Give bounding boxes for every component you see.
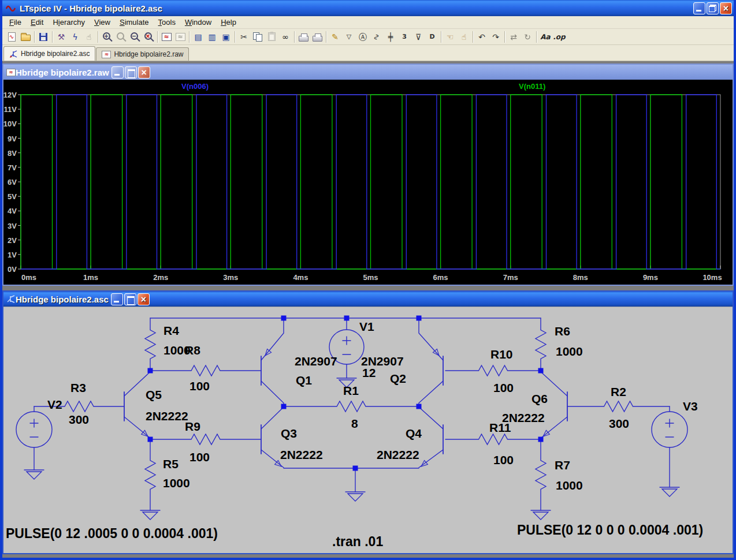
component-label[interactable]: 2N2907 bbox=[361, 354, 404, 368]
source-V2[interactable] bbox=[16, 412, 52, 447]
component-label[interactable]: 100 bbox=[493, 381, 514, 394]
transistor-Q5[interactable] bbox=[124, 372, 150, 438]
print-button[interactable] bbox=[296, 30, 310, 44]
cut-button[interactable]: ✂ bbox=[237, 30, 251, 44]
component-label[interactable]: R6 bbox=[555, 324, 570, 338]
menu-view[interactable]: View bbox=[90, 17, 115, 28]
paste-button[interactable] bbox=[265, 30, 278, 44]
component-label[interactable]: R5 bbox=[163, 457, 179, 471]
menu-file[interactable]: File bbox=[5, 17, 26, 28]
component-label[interactable]: Q6 bbox=[531, 392, 548, 405]
component-label[interactable]: 1000 bbox=[163, 476, 190, 490]
component-label[interactable]: Q3 bbox=[281, 427, 297, 440]
redo-button[interactable]: ↷ bbox=[489, 30, 503, 44]
maximize-button[interactable] bbox=[125, 66, 137, 79]
source-V3[interactable] bbox=[652, 412, 687, 447]
legend-V(n006)[interactable]: V(n006) bbox=[181, 82, 209, 91]
component-label[interactable]: R4 bbox=[163, 324, 179, 337]
component-label[interactable]: 100 bbox=[189, 450, 210, 464]
component-label[interactable]: 8 bbox=[351, 417, 358, 430]
schematic-canvas[interactable]: R41000R8100R3300V2Q52N2222R9100R51000V11… bbox=[3, 307, 733, 553]
component-label[interactable]: Q5 bbox=[146, 388, 162, 401]
halt-simulation-button[interactable]: ☝ bbox=[82, 30, 96, 44]
zoom-out-button[interactable]: − bbox=[128, 30, 142, 44]
minimize-button[interactable] bbox=[111, 293, 123, 305]
component-R1[interactable] bbox=[284, 401, 419, 412]
transistor-Q4[interactable] bbox=[419, 407, 443, 468]
minimize-button[interactable] bbox=[111, 66, 124, 79]
spice-directive-text[interactable]: .tran .01 bbox=[332, 534, 383, 549]
drag-button[interactable]: ☝ bbox=[457, 30, 471, 44]
component-R10[interactable] bbox=[445, 365, 541, 376]
print-preview-button[interactable] bbox=[310, 30, 324, 44]
ground-symbol[interactable] bbox=[24, 470, 44, 479]
transistor-Q1[interactable] bbox=[261, 318, 284, 406]
spice-directive-button[interactable]: .op bbox=[552, 30, 566, 44]
component-label[interactable]: R9 bbox=[185, 420, 200, 433]
component-label[interactable]: 2N2222 bbox=[146, 409, 188, 423]
zoom-back-button[interactable] bbox=[114, 30, 128, 44]
undo-button[interactable]: ↶ bbox=[475, 30, 489, 44]
restore-button[interactable] bbox=[707, 2, 719, 14]
component-label[interactable]: V3 bbox=[683, 400, 698, 413]
tab-raw[interactable]: ≈Hbridge bipolaire2.raw bbox=[96, 47, 189, 61]
place-label-button[interactable]: Ⓐ bbox=[356, 30, 370, 44]
component-label[interactable]: Q2 bbox=[390, 372, 406, 385]
autorange-y-axis-button[interactable]: ≈ bbox=[159, 30, 173, 44]
component-R6[interactable] bbox=[536, 318, 546, 371]
component-label[interactable]: V1 bbox=[359, 320, 374, 333]
component-label[interactable]: R3 bbox=[70, 381, 86, 394]
menu-hierarchy[interactable]: Hierarchy bbox=[48, 17, 90, 28]
menu-window[interactable]: Window bbox=[180, 17, 216, 28]
rotate-button[interactable]: ↻ bbox=[521, 30, 534, 44]
component-R11[interactable] bbox=[445, 434, 541, 445]
component-R2[interactable] bbox=[567, 401, 670, 412]
close-button[interactable] bbox=[137, 293, 150, 305]
component-label[interactable]: 2N2222 bbox=[377, 448, 419, 461]
tile-horizontally-button[interactable]: ▤ bbox=[191, 30, 205, 44]
maximize-button[interactable] bbox=[124, 293, 136, 305]
component-label[interactable]: R11 bbox=[489, 421, 511, 434]
save-button[interactable] bbox=[36, 30, 50, 44]
control-panel-button[interactable]: ⚒ bbox=[54, 30, 68, 44]
component-label[interactable]: R8 bbox=[185, 344, 200, 357]
component-label[interactable]: Q4 bbox=[406, 427, 422, 440]
cascade-windows-button[interactable]: ▣ bbox=[219, 30, 233, 44]
place-component-button[interactable]: D bbox=[425, 30, 439, 44]
component-label[interactable]: R10 bbox=[490, 348, 513, 361]
move-button[interactable]: ☜ bbox=[443, 30, 457, 44]
menu-edit[interactable]: Edit bbox=[26, 17, 48, 28]
draw-wire-button[interactable]: ✎ bbox=[328, 30, 342, 44]
menu-simulate[interactable]: Simulate bbox=[115, 17, 154, 28]
component-label[interactable]: 2N2222 bbox=[280, 448, 323, 461]
tab-asc[interactable]: Hbridge bipolaire2.asc bbox=[3, 46, 95, 61]
minimize-button[interactable] bbox=[693, 2, 705, 14]
close-button[interactable] bbox=[720, 2, 732, 14]
copy-button[interactable] bbox=[251, 30, 265, 44]
run-simulation-button[interactable]: ϟ bbox=[68, 30, 82, 44]
place-inductor-button[interactable]: 3 bbox=[397, 30, 411, 44]
find-button[interactable]: ∞ bbox=[278, 30, 292, 44]
component-label[interactable]: R7 bbox=[555, 458, 570, 472]
component-R7[interactable] bbox=[536, 439, 546, 510]
ground-symbol[interactable] bbox=[140, 510, 160, 520]
place-capacitor-button[interactable]: ╪ bbox=[384, 30, 397, 44]
component-R5[interactable] bbox=[145, 439, 155, 510]
waveform-plot-area[interactable]: 0ms1ms2ms3ms4ms5ms6ms7ms8ms9ms10ms0V1V2V… bbox=[3, 80, 733, 285]
component-label[interactable]: 300 bbox=[609, 417, 629, 430]
new-schematic-button[interactable]: ∿ bbox=[5, 30, 18, 44]
close-button[interactable] bbox=[138, 66, 150, 79]
spice-directive-text[interactable]: PULSE(0 12 .0005 0 0 0.0004 .001) bbox=[6, 526, 218, 541]
component-R9[interactable] bbox=[150, 434, 261, 445]
place-resistor-button[interactable]: ∿ bbox=[370, 30, 384, 44]
waveform-plot[interactable]: 0ms1ms2ms3ms4ms5ms6ms7ms8ms9ms10ms0V1V2V… bbox=[3, 80, 733, 285]
zoom-full-extents-button[interactable]: × bbox=[142, 30, 155, 44]
component-label[interactable]: 100 bbox=[493, 453, 514, 466]
component-R4[interactable] bbox=[145, 318, 155, 371]
component-label[interactable]: Q1 bbox=[296, 374, 312, 387]
ground-symbol[interactable] bbox=[531, 510, 551, 520]
legend-V(n011)[interactable]: V(n011) bbox=[519, 82, 545, 91]
component-label[interactable]: R1 bbox=[343, 384, 359, 397]
component-R8[interactable] bbox=[150, 365, 261, 376]
menu-help[interactable]: Help bbox=[216, 17, 241, 28]
